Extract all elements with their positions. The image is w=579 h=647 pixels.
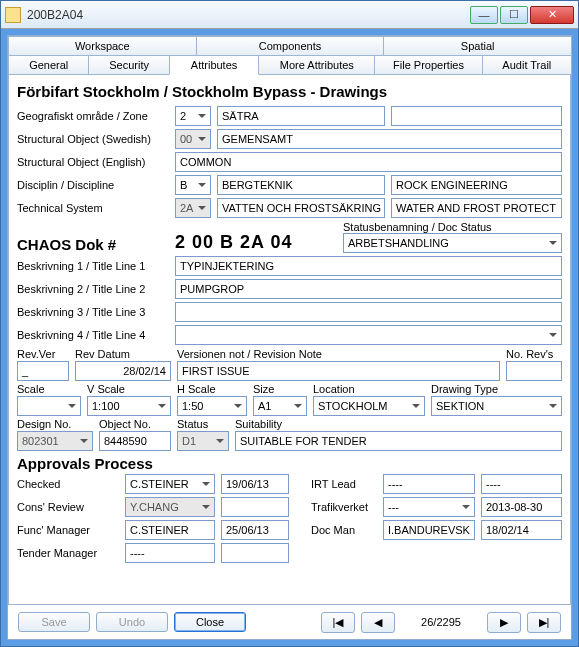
scale-label: Scale [17,383,81,395]
window-title: 200B2A04 [27,8,468,22]
revnote-value[interactable]: FIRST ISSUE [177,361,500,381]
tab-components[interactable]: Components [196,36,385,55]
tab-attributes[interactable]: Attributes [169,55,259,75]
suitability-value[interactable]: SUITABLE FOR TENDER [235,431,562,451]
cons-who[interactable]: Y.CHANG [125,497,215,517]
discipline-en[interactable]: ROCK ENGINEERING [391,175,562,195]
nav-next-button[interactable]: ▶ [487,612,521,633]
tab-more-attributes[interactable]: More Attributes [258,55,375,75]
cons-label: Cons' Review [17,501,125,513]
docstatus-label: Statusbenamning / Doc Status [343,221,562,233]
scale-value[interactable] [17,396,81,416]
title2-label: Beskrivning 2 / Title Line 2 [17,283,175,295]
suitability-label: Suitability [235,418,562,430]
sobj-sv-code[interactable]: 00 [175,129,211,149]
checked-who[interactable]: C.STEINER [125,474,215,494]
title1-label: Beskrivning 1 / Title Line 1 [17,260,175,272]
zone-label: Geografiskt område / Zone [17,110,175,122]
status-value[interactable]: D1 [177,431,229,451]
techsys-en[interactable]: WATER AND FROST PROTECT [391,198,562,218]
hscale-value[interactable]: 1:50 [177,396,247,416]
chaos-label: CHAOS Dok # [17,236,175,253]
title4-value[interactable] [175,325,562,345]
norev-value[interactable] [506,361,562,381]
title3-label: Beskrivning 3 / Title Line 3 [17,306,175,318]
techsys-label: Technical System [17,202,175,214]
size-value[interactable]: A1 [253,396,307,416]
tabs-row-2: General Security Attributes More Attribu… [8,55,571,75]
docman-date[interactable]: 18/02/14 [481,520,562,540]
drawtype-label: Drawing Type [431,383,562,395]
size-label: Size [253,383,307,395]
undo-button[interactable]: Undo [96,612,168,632]
object-value[interactable]: 8448590 [99,431,171,451]
title2-value[interactable]: PUMPGROP [175,279,562,299]
title4-label: Beskrivning 4 / Title Line 4 [17,329,175,341]
docman-label: Doc Man [311,524,383,536]
minimize-button[interactable]: — [470,6,498,24]
zone-code[interactable]: 2 [175,106,211,126]
docman-who[interactable]: I.BANDUREVSK [383,520,475,540]
tender-date[interactable] [221,543,289,563]
checked-label: Checked [17,478,125,490]
tab-general[interactable]: General [8,55,89,75]
drawtype-value[interactable]: SEKTION [431,396,562,416]
trafik-who[interactable]: --- [383,497,475,517]
design-value[interactable]: 802301 [17,431,93,451]
trafik-date[interactable]: 2013-08-30 [481,497,562,517]
sobj-en-label: Structural Object (English) [17,156,175,168]
nav-last-button[interactable]: ▶| [527,612,561,633]
title3-value[interactable] [175,302,562,322]
func-date[interactable]: 25/06/13 [221,520,289,540]
title1-value[interactable]: TYPINJEKTERING [175,256,562,276]
footer: Save Undo Close |◀ ◀ 26/2295 ▶ ▶| [8,605,571,639]
app-icon [5,7,21,23]
vscale-label: V Scale [87,383,171,395]
approvals-heading: Approvals Process [17,455,562,472]
tender-who[interactable]: ---- [125,543,215,563]
zone-extra[interactable] [391,106,562,126]
func-who[interactable]: C.STEINER [125,520,215,540]
nav-prev-button[interactable]: ◀ [361,612,395,633]
revdate-label: Rev Datum [75,348,171,360]
irt-date[interactable]: ---- [481,474,562,494]
object-label: Object No. [99,418,171,430]
close-button[interactable]: Close [174,612,246,632]
trafik-label: Trafikverket [311,501,383,513]
tab-security[interactable]: Security [88,55,169,75]
discipline-code[interactable]: B [175,175,211,195]
irt-who[interactable]: ---- [383,474,475,494]
close-window-button[interactable]: ✕ [530,6,574,24]
checked-date[interactable]: 19/06/13 [221,474,289,494]
record-counter: 26/2295 [401,616,481,628]
docstatus-value[interactable]: ARBETSHANDLING [343,233,562,253]
irt-label: IRT Lead [311,478,383,490]
client-area: Workspace Components Spatial General Sec… [7,35,572,640]
sobj-sv-name[interactable]: GEMENSAMT [217,129,562,149]
techsys-name[interactable]: VATTEN OCH FROSTSÄKRING [217,198,385,218]
vscale-value[interactable]: 1:100 [87,396,171,416]
chaos-value: 2 00 B 2A 04 [175,232,343,253]
tab-file-properties[interactable]: File Properties [374,55,482,75]
page-title: Förbifart Stockholm / Stockholm Bypass -… [17,83,562,100]
revver-value[interactable]: _ [17,361,69,381]
nav-first-button[interactable]: |◀ [321,612,355,633]
tender-label: Tender Manager [17,547,125,559]
sobj-en-name[interactable]: COMMON [175,152,562,172]
tab-audit-trail[interactable]: Audit Trail [482,55,572,75]
tab-workspace[interactable]: Workspace [8,36,197,55]
techsys-code[interactable]: 2A [175,198,211,218]
discipline-name[interactable]: BERGTEKNIK [217,175,385,195]
status-label: Status [177,418,229,430]
zone-name[interactable]: SÄTRA [217,106,385,126]
tab-spatial[interactable]: Spatial [383,36,572,55]
revnote-label: Versionen not / Revision Note [177,348,500,360]
location-value[interactable]: STOCKHOLM [313,396,425,416]
maximize-button[interactable]: ☐ [500,6,528,24]
revdate-value[interactable]: 28/02/14 [75,361,171,381]
sobj-sv-label: Structural Object (Swedish) [17,133,175,145]
save-button[interactable]: Save [18,612,90,632]
tab-content: Förbifart Stockholm / Stockholm Bypass -… [8,74,571,605]
titlebar: 200B2A04 — ☐ ✕ [1,1,578,29]
cons-date[interactable] [221,497,289,517]
